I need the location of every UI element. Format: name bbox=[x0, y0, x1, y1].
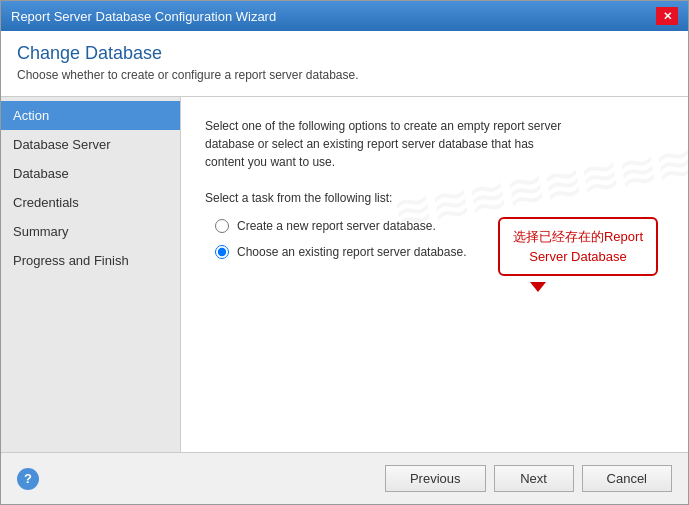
sidebar-item-database-server[interactable]: Database Server bbox=[1, 130, 180, 159]
cancel-button[interactable]: Cancel bbox=[582, 465, 672, 492]
footer-left: ? bbox=[17, 468, 39, 490]
footer: ? Previous Next Cancel bbox=[1, 452, 688, 504]
header: Change Database Choose whether to create… bbox=[1, 31, 688, 97]
radio-create-new[interactable] bbox=[215, 219, 229, 233]
main-content: ≋≋≋≋≋≋≋≋ Select one of the following opt… bbox=[181, 97, 688, 452]
sidebar-item-database[interactable]: Database bbox=[1, 159, 180, 188]
body: Action Database Server Database Credenti… bbox=[1, 97, 688, 452]
sidebar: Action Database Server Database Credenti… bbox=[1, 97, 181, 452]
sidebar-item-summary[interactable]: Summary bbox=[1, 217, 180, 246]
page-subtitle: Choose whether to create or configure a … bbox=[17, 68, 672, 82]
page-title: Change Database bbox=[17, 43, 672, 64]
option-create-new-label: Create a new report server database. bbox=[237, 219, 436, 233]
radio-choose-existing[interactable] bbox=[215, 245, 229, 259]
previous-button[interactable]: Previous bbox=[385, 465, 486, 492]
sidebar-item-credentials[interactable]: Credentials bbox=[1, 188, 180, 217]
window-title: Report Server Database Configuration Wiz… bbox=[11, 9, 276, 24]
content-description: Select one of the following options to c… bbox=[205, 117, 565, 171]
title-bar: Report Server Database Configuration Wiz… bbox=[1, 1, 688, 31]
close-button[interactable]: ✕ bbox=[656, 7, 678, 25]
wizard-window: Report Server Database Configuration Wiz… bbox=[0, 0, 689, 505]
sidebar-item-progress-and-finish[interactable]: Progress and Finish bbox=[1, 246, 180, 275]
callout-annotation: 选择已经存在的Report Server Database bbox=[498, 217, 658, 276]
select-label: Select a task from the following list: bbox=[205, 191, 664, 205]
option-existing-label: Choose an existing report server databas… bbox=[237, 245, 466, 259]
sidebar-item-action[interactable]: Action bbox=[1, 101, 180, 130]
help-button[interactable]: ? bbox=[17, 468, 39, 490]
footer-buttons: Previous Next Cancel bbox=[385, 465, 672, 492]
next-button[interactable]: Next bbox=[494, 465, 574, 492]
